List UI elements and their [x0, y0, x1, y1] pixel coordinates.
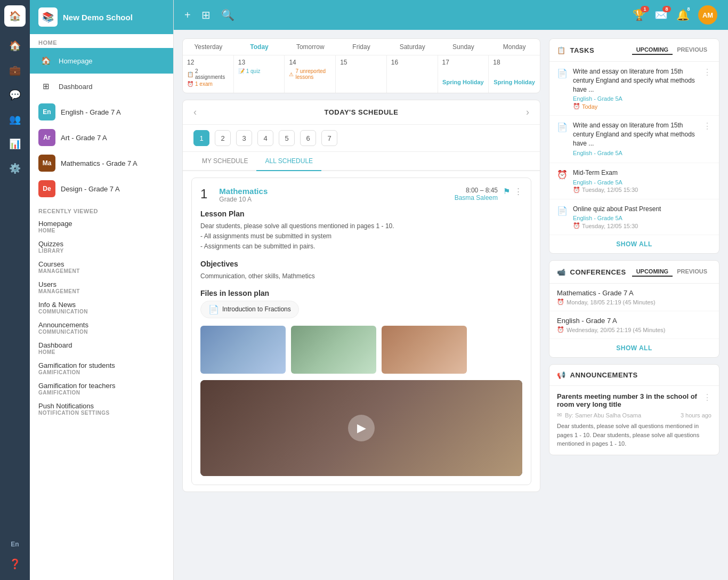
recent-gamification-students[interactable]: Gamification for students GAMIFICATION	[30, 358, 173, 378]
user-avatar[interactable]: AM	[698, 5, 717, 25]
cal-day-16[interactable]: 16	[387, 55, 438, 93]
flag-icon[interactable]: ⚑	[503, 187, 510, 196]
task-item-2: 📄 Write and essay on literature from 15t…	[549, 116, 719, 163]
tab-all-schedule[interactable]: ALL SCHEDULE	[256, 152, 321, 171]
notification-icon[interactable]: 🔔 8	[676, 9, 690, 21]
subject-badge-design: De	[38, 180, 55, 197]
cal-header-sunday: Sunday	[438, 39, 489, 55]
schedule-tab-2[interactable]: 2	[215, 130, 231, 146]
nav-dashboard[interactable]: ⊞ Dashboard	[30, 74, 173, 99]
lesson-header: 1 Mathematics Grade 10 A 8:00 – 8:45 Bas…	[200, 187, 522, 203]
right-panel: 📋 TASKS UPCOMING PREVIOUS 📄 Write and es…	[549, 38, 719, 571]
recent-push-notifications[interactable]: Push Notifications NOTIFICATION SETTINGS	[30, 399, 173, 419]
recent-homepage[interactable]: Homepage HOME	[30, 216, 173, 237]
grid-button[interactable]: ⊞	[201, 9, 211, 21]
lesson-subject: Mathematics	[219, 187, 454, 196]
conferences-card: 📹 CONFERENCES UPCOMING PREVIOUS Mathemat…	[549, 260, 719, 358]
recent-gamification-teachers[interactable]: Gamification for teachers GAMIFICATION	[30, 378, 173, 399]
cal-day-17[interactable]: 17 Spring Holiday	[438, 55, 489, 93]
tasks-icon: 📋	[557, 46, 566, 54]
conf-time-2: ⏰Wednesday, 20/05 21:19 (45 Minutes)	[557, 326, 711, 333]
schedule-tab-7[interactable]: 7	[321, 130, 337, 146]
schedule-tabs: 1 2 3 4 5 6 7	[183, 125, 540, 152]
announce-more-icon[interactable]: ⋮	[703, 392, 711, 402]
tab-conf-upcoming[interactable]: UPCOMING	[632, 267, 673, 277]
recent-dashboard[interactable]: Dashboard HOME	[30, 338, 173, 358]
add-button[interactable]: +	[184, 9, 191, 21]
nav-users-icon[interactable]: 👥	[4, 109, 26, 130]
nav-briefcase-icon[interactable]: 💼	[4, 60, 26, 81]
cal-header-yesterday: Yesterday	[183, 39, 234, 55]
subject-english[interactable]: En English - Grade 7 A	[30, 99, 173, 125]
subject-art[interactable]: Ar Art - Grade 7 A	[30, 125, 173, 150]
tasks-show-all[interactable]: SHOW ALL	[549, 235, 719, 253]
conf-item-1: Mathematics - Grade 7 A ⏰Monday, 18/05 2…	[549, 284, 719, 311]
school-name: New Demo School	[63, 13, 133, 22]
trophy-icon[interactable]: 🏆 1	[633, 9, 646, 21]
search-button[interactable]: 🔍	[221, 9, 234, 21]
schedule-prev[interactable]: ‹	[193, 107, 197, 118]
left-panel: 📚 New Demo School HOME 🏠 Homepage ⊞ Dash…	[30, 0, 174, 580]
schedule-tab-3[interactable]: 3	[236, 130, 252, 146]
recent-users[interactable]: Users MANAGEMENT	[30, 277, 173, 297]
mail-badge-count: 8	[662, 6, 671, 12]
subject-design[interactable]: De Design - Grade 7 A	[30, 176, 173, 202]
subject-badge-math: Ma	[38, 155, 55, 172]
school-logo: 📚	[38, 7, 58, 27]
subject-name-art: Art - Grade 7 A	[61, 134, 107, 142]
trophy-badge-count: 1	[641, 6, 649, 12]
lesson-video[interactable]: ▶	[200, 380, 522, 476]
schedule-tab-5[interactable]: 5	[279, 130, 295, 146]
nav-chart-icon[interactable]: 📊	[4, 133, 26, 155]
tab-my-schedule[interactable]: MY SCHEDULE	[193, 152, 256, 171]
task-more-1[interactable]: ⋮	[703, 67, 711, 77]
recent-courses[interactable]: Courses MANAGEMENT	[30, 257, 173, 277]
files-title: Files in lesson plan	[200, 289, 522, 297]
announce-body: Dear students, please solve all question…	[557, 422, 711, 448]
tab-tasks-previous[interactable]: PREVIOUS	[673, 45, 711, 55]
cal-day-18[interactable]: 18 Spring Holiday	[489, 55, 540, 93]
task-time-1: ⏰Today	[573, 103, 698, 110]
schedule-tab-4[interactable]: 4	[257, 130, 273, 146]
cal-day-12[interactable]: 12 📋2 assignments ⏰1 exam	[183, 55, 234, 93]
task-item-4: 📄 Online quiz about Past Present English…	[549, 199, 719, 236]
nav-chat-icon[interactable]: 💬	[4, 84, 26, 106]
lesson-image-3	[382, 326, 467, 374]
subject-badge-english: En	[38, 103, 55, 120]
task-subject-1[interactable]: English - Grade 5A	[573, 95, 698, 102]
nav-home-icon[interactable]: 🏠	[4, 35, 26, 57]
mail-icon[interactable]: ✉️ 8	[654, 9, 668, 21]
recent-quizzes[interactable]: Quizzes LIBRARY	[30, 237, 173, 257]
recent-info-news[interactable]: Info & News COMMUNICATION	[30, 297, 173, 318]
tab-conf-previous[interactable]: PREVIOUS	[673, 267, 711, 277]
cal-day-14[interactable]: 14 ⚠7 unreported lessons	[285, 55, 336, 93]
subject-math[interactable]: Ma Mathematics - Grade 7 A	[30, 150, 173, 176]
nav-homepage[interactable]: 🏠 Homepage	[30, 48, 173, 74]
center-column: Yesterday Today Tomorrow Friday Saturday…	[182, 38, 540, 571]
conferences-tabs: UPCOMING PREVIOUS	[632, 267, 711, 277]
file-badge[interactable]: 📄 Introduction to Fractions	[200, 301, 299, 318]
language-badge[interactable]: En	[11, 541, 19, 548]
conferences-show-all[interactable]: SHOW ALL	[549, 339, 719, 357]
conf-name-2: English - Grade 7 A	[557, 317, 711, 325]
lesson-images	[200, 326, 522, 374]
recent-announcements[interactable]: Announcements COMMUNICATION	[30, 318, 173, 338]
lesson-title-area: Mathematics Grade 10 A	[219, 187, 454, 203]
announce-item-title: Parents meeting number 3 in the school o…	[557, 392, 699, 408]
schedule-tab-6[interactable]: 6	[300, 130, 316, 146]
help-icon[interactable]: ❓	[4, 553, 26, 575]
cal-day-13[interactable]: 13 📝1 quiz	[234, 55, 285, 93]
more-icon[interactable]: ⋮	[514, 187, 522, 196]
plan-title: Lesson Plan	[200, 210, 522, 218]
cal-day-15[interactable]: 15	[336, 55, 387, 93]
nav-settings-icon[interactable]: ⚙️	[4, 158, 26, 179]
task-more-2[interactable]: ⋮	[703, 121, 711, 131]
play-button[interactable]: ▶	[348, 415, 375, 441]
task-subject-2[interactable]: English - Grade 5A	[573, 150, 698, 156]
icon-sidebar: 🏠 🏠 💼 💬 👥 📊 ⚙️ En ❓	[0, 0, 30, 580]
lesson-number: 1	[200, 187, 207, 202]
schedule-next[interactable]: ›	[526, 107, 529, 118]
schedule-tab-1[interactable]: 1	[193, 130, 209, 146]
dashboard-icon: ⊞	[38, 79, 53, 94]
tab-tasks-upcoming[interactable]: UPCOMING	[632, 45, 673, 55]
